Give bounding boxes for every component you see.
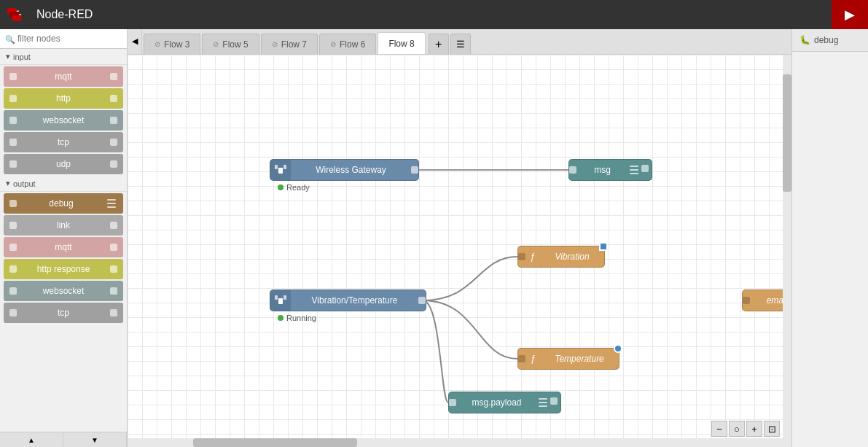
node-item-link[interactable]: link [4, 215, 123, 236]
wg-icon [270, 160, 291, 180]
disabled-icon: ⊘ [272, 40, 278, 48]
debug-tab-label: debug [814, 35, 838, 45]
output-port [550, 397, 558, 405]
zoom-in-button[interactable]: + [746, 421, 762, 437]
disabled-icon: ⊘ [155, 40, 160, 48]
tabs-scroll-left-button[interactable]: ◀ [128, 29, 142, 54]
canvas-node-wireless-gateway[interactable]: Wireless Gateway Ready [270, 159, 419, 181]
tab-label: Flow 6 [340, 39, 365, 50]
node-item-websocket-out[interactable]: websocket [4, 281, 123, 301]
node-item-mqtt[interactable]: mqtt [4, 66, 123, 87]
node-port-left [9, 200, 17, 207]
fit-view-button[interactable]: ⊡ [764, 421, 780, 437]
svg-rect-7 [275, 165, 278, 169]
node-label: link [17, 220, 110, 230]
app-title: Node-RED [36, 8, 93, 21]
tabs-menu-button[interactable]: ☰ [450, 34, 471, 54]
tab-flow8[interactable]: Flow 8 [378, 32, 425, 54]
tab-label: Flow 3 [164, 39, 189, 50]
scroll-down-button[interactable]: ▼ [63, 432, 127, 447]
node-item-websocket[interactable]: websocket [4, 110, 123, 131]
node-item-http-response[interactable]: http response [4, 259, 123, 279]
node-port-left [9, 95, 17, 102]
node-item-udp[interactable]: udp [4, 154, 123, 174]
disabled-icon: ⊘ [213, 40, 219, 48]
node-port-left [9, 244, 17, 251]
tab-flow5[interactable]: ⊘ Flow 5 [202, 34, 259, 54]
node-port-right [110, 287, 117, 295]
port-dot [518, 355, 525, 362]
node-status: Ready [278, 183, 310, 192]
filter-wrapper: 🔍 [0, 29, 127, 49]
node-port-right [110, 309, 117, 316]
node-port-right [110, 265, 117, 273]
zoom-out-button[interactable]: − [711, 421, 727, 437]
node-port-right [110, 73, 117, 80]
node-port-left [9, 160, 17, 168]
canvas[interactable]: Wireless Gateway Ready msg [128, 55, 791, 447]
node-status: Running [278, 314, 316, 322]
status-indicator [278, 184, 284, 190]
output-port [411, 160, 418, 180]
tab-flow7[interactable]: ⊘ Flow 7 [261, 34, 318, 54]
tab-flow3[interactable]: ⊘ Flow 3 [144, 34, 200, 54]
node-port-right [110, 139, 117, 146]
menu-icon [628, 165, 640, 175]
debug-tab[interactable]: 🐛 debug [792, 29, 868, 52]
node-item-tcp[interactable]: tcp [4, 132, 123, 152]
svg-rect-2 [12, 15, 21, 21]
svg-rect-9 [278, 298, 283, 304]
port-dot [418, 297, 426, 304]
svg-rect-11 [284, 295, 286, 300]
deploy-button[interactable]: ▶ [832, 0, 868, 29]
tab-flow6[interactable]: ⊘ Flow 6 [319, 34, 376, 54]
node-item-debug[interactable]: debug [4, 193, 123, 214]
category-input[interactable]: ▾ input [0, 49, 127, 65]
menu-icon [537, 397, 549, 408]
port-dot [518, 253, 525, 260]
node-item-mqtt-out[interactable]: mqtt [4, 237, 123, 257]
port-dot [449, 399, 456, 406]
port-dot [411, 166, 418, 174]
node-item-http[interactable]: http [4, 88, 123, 109]
add-tab-button[interactable]: + [429, 34, 449, 54]
scroll-up-button[interactable]: ▲ [0, 432, 63, 447]
app-logo: Node-RED [7, 7, 93, 23]
center-panel: ◀ ⊘ Flow 3 ⊘ Flow 5 ⊘ Flow 7 ⊘ Flow 6 Fl… [128, 29, 791, 447]
chevron-down-icon: ▾ [6, 52, 10, 61]
wg-icon [270, 290, 291, 311]
node-label: debug [17, 198, 106, 209]
port-dot [569, 166, 576, 174]
node-port-right [110, 244, 117, 251]
node-label: http response [17, 264, 110, 274]
canvas-node-temperature[interactable]: ƒ Temperature [517, 348, 619, 370]
node-label: websocket [17, 286, 110, 296]
scrollbar-thumb-h [193, 438, 357, 447]
zoom-reset-button[interactable]: ○ [729, 421, 745, 437]
node-list: ▾ input mqtt http websocket tcp [0, 49, 127, 432]
node-label: msg [576, 165, 628, 175]
node-label: Vibration [540, 252, 604, 262]
node-item-tcp-out[interactable]: tcp [4, 303, 123, 323]
canvas-node-vibration[interactable]: ƒ Vibration [517, 246, 605, 268]
node-label: Wireless Gateway [291, 165, 411, 175]
category-output[interactable]: ▾ output [0, 176, 127, 192]
horizontal-scrollbar[interactable] [128, 438, 783, 447]
sidebar-scroll-buttons: ▲ ▼ [0, 432, 127, 447]
search-input[interactable] [0, 29, 127, 49]
function-icon: ƒ [525, 354, 540, 364]
canvas-node-vibration-temperature[interactable]: Vibration/Temperature Running [270, 289, 426, 311]
canvas-node-msg-payload[interactable]: msg.payload [448, 392, 561, 413]
node-label: Temperature [540, 354, 619, 364]
svg-rect-8 [284, 165, 286, 169]
vertical-scrollbar[interactable] [783, 55, 791, 447]
main-layout: 🔍 ▾ input mqtt http websocket [0, 29, 868, 447]
status-text: Ready [286, 183, 310, 192]
search-icon: 🔍 [5, 34, 15, 44]
node-port-left [9, 73, 17, 80]
node-port-left [9, 117, 17, 124]
canvas-node-msg[interactable]: msg [568, 159, 652, 181]
output-indicator [599, 242, 608, 251]
output-port [641, 165, 649, 172]
topbar-right: ▶ [832, 0, 868, 29]
